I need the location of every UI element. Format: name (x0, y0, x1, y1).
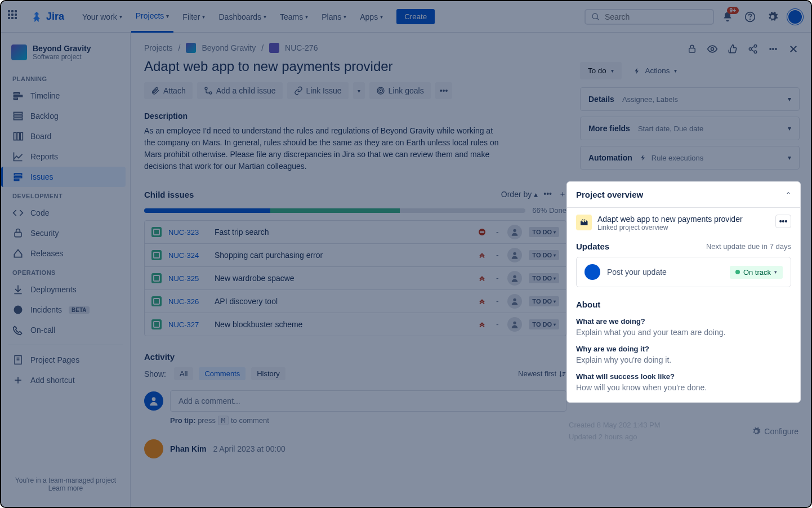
child-issue-row[interactable]: NUC-324Shopping cart purchasing error-TO… (145, 244, 566, 267)
sidebar-add-shortcut[interactable]: Add shortcut (6, 370, 126, 390)
nav-plans[interactable]: Plans▾ (317, 1, 351, 33)
configure-button[interactable]: Configure (752, 427, 798, 436)
nav-filter[interactable]: Filter▾ (178, 1, 209, 33)
details-panel[interactable]: Details Assignee, Labels ▾ (580, 87, 800, 111)
app-switcher-icon[interactable] (8, 10, 21, 24)
child-status[interactable]: TO DO ▾ (529, 227, 559, 237)
tab-comments[interactable]: Comments (199, 367, 246, 380)
issue-title[interactable]: Adapt web app to new payments provider (144, 59, 566, 74)
sidebar-oncall[interactable]: On-call (6, 320, 126, 340)
attach-button[interactable]: Attach (144, 82, 193, 99)
child-key[interactable]: NUC-326 (168, 297, 208, 306)
overview-collapse[interactable]: ⌃ (786, 191, 791, 199)
sidebar-code[interactable]: Code (6, 203, 126, 223)
svg-point-40 (754, 51, 757, 54)
notifications-icon[interactable]: 9+ (719, 8, 737, 26)
assignee-avatar[interactable] (507, 271, 522, 286)
sidebar-incidents[interactable]: IncidentsBETA (6, 300, 126, 320)
sidebar-deployments[interactable]: Deployments (6, 279, 126, 300)
link-goals-button[interactable]: Link goals (369, 82, 431, 99)
child-status[interactable]: TO DO ▾ (529, 273, 559, 283)
sidebar-board[interactable]: Board (6, 126, 126, 146)
about-a3[interactable]: How will you know when you're done. (576, 383, 791, 392)
child-key[interactable]: NUC-323 (168, 228, 208, 237)
nav-dashboards[interactable]: Dashboards▾ (214, 1, 271, 33)
child-summary[interactable]: Shopping cart purchasing error (215, 251, 470, 260)
child-key[interactable]: NUC-324 (168, 251, 208, 260)
help-icon[interactable] (741, 8, 759, 26)
jira-logo[interactable]: Jira (30, 11, 64, 23)
more-icon[interactable]: ••• (767, 43, 779, 55)
assignee-avatar[interactable] (507, 248, 522, 262)
footer-learn-more[interactable]: Learn more (48, 484, 83, 492)
child-summary[interactable]: New wardrobe spacwe (215, 274, 470, 283)
about-a1[interactable]: Explain what you and your team are doing… (576, 328, 791, 337)
child-issue-row[interactable]: NUC-327New blockbuster scheme-TO DO ▾ (145, 313, 566, 336)
child-status[interactable]: TO DO ▾ (529, 296, 559, 306)
more-fields-panel[interactable]: More fields Start date, Due date ▾ (580, 117, 800, 140)
link-issue-dropdown[interactable]: ▾ (353, 82, 365, 99)
child-summary[interactable]: New blockbuster scheme (215, 320, 470, 329)
child-more-icon[interactable]: ••• (543, 189, 552, 199)
lock-icon[interactable] (686, 43, 698, 55)
toolbar-more[interactable]: ••• (435, 82, 453, 99)
breadcrumb-issue-key[interactable]: NUC-276 (285, 43, 318, 52)
tab-history[interactable]: History (251, 367, 285, 380)
post-update-box[interactable]: Post your update On track▾ (576, 257, 791, 287)
child-key[interactable]: NUC-325 (168, 274, 208, 283)
description-body[interactable]: As an employee I'd need to understand th… (144, 125, 505, 172)
settings-icon[interactable] (764, 8, 782, 26)
linked-title[interactable]: Adapt web app to new payments provider (597, 215, 770, 224)
child-issue-row[interactable]: NUC-323Fast trip search-TO DO ▾ (145, 221, 566, 244)
story-icon (151, 273, 162, 283)
vote-icon[interactable] (726, 43, 739, 55)
child-status[interactable]: TO DO ▾ (529, 319, 559, 329)
create-button[interactable]: Create (396, 9, 435, 24)
nav-your-work[interactable]: Your work▾ (78, 1, 127, 33)
search-input[interactable] (605, 12, 707, 21)
nav-teams[interactable]: Teams▾ (275, 1, 313, 33)
nav-projects[interactable]: Projects▾ (131, 1, 174, 33)
project-header[interactable]: Beyond Gravity Software project (6, 42, 126, 70)
order-by[interactable]: Order by▴ (501, 190, 538, 199)
child-summary[interactable]: API discovery tool (215, 297, 470, 306)
sidebar-reports[interactable]: Reports (6, 146, 126, 167)
status-dropdown[interactable]: To do▾ (580, 62, 622, 79)
linked-more[interactable]: ••• (775, 215, 791, 228)
automation-panel[interactable]: Automation Rule executions ▾ (580, 146, 800, 170)
assignee-avatar[interactable] (507, 225, 522, 239)
nav-apps[interactable]: Apps▾ (355, 1, 387, 33)
sidebar-issues[interactable]: Issues (1, 167, 126, 187)
breadcrumb-projects[interactable]: Projects (144, 43, 173, 52)
sidebar-project-pages[interactable]: Project Pages (6, 350, 126, 370)
assignee-avatar[interactable] (507, 294, 522, 309)
share-icon[interactable] (747, 43, 759, 55)
actions-dropdown[interactable]: Actions▾ (627, 62, 683, 79)
about-q3: What will success look like? (576, 372, 791, 381)
child-issue-row[interactable]: NUC-325New wardrobe spacwe-TO DO ▾ (145, 267, 566, 290)
child-issue-row[interactable]: NUC-326API discovery tool-TO DO ▾ (145, 290, 566, 313)
add-child-button[interactable]: Add a child issue (197, 82, 283, 99)
link-issue-button[interactable]: Link Issue (287, 82, 349, 99)
child-key[interactable]: NUC-327 (168, 320, 208, 329)
watch-icon[interactable] (706, 43, 719, 55)
sidebar-security[interactable]: Security (6, 223, 126, 243)
child-issues-label: Child issues (144, 190, 496, 199)
tab-all[interactable]: All (174, 367, 193, 380)
child-summary[interactable]: Fast trip search (215, 228, 470, 237)
sidebar-timeline[interactable]: Timeline (6, 86, 126, 106)
sidebar-releases[interactable]: Releases (6, 243, 126, 264)
activity-sort[interactable]: Newest first (518, 369, 566, 378)
child-add-icon[interactable]: ＋ (559, 189, 566, 199)
breadcrumb-project[interactable]: Beyond Gravity (202, 43, 256, 52)
close-icon[interactable] (787, 43, 800, 55)
comment-input[interactable]: Add a comment... (170, 390, 566, 412)
profile-avatar[interactable] (786, 8, 804, 26)
search-box[interactable] (585, 9, 714, 25)
track-status[interactable]: On track▾ (730, 266, 783, 279)
commenter-name[interactable]: Phan Kim (170, 444, 207, 453)
assignee-avatar[interactable] (507, 317, 522, 332)
sidebar-backlog[interactable]: Backlog (6, 106, 126, 126)
about-a2[interactable]: Explain why you're doing it. (576, 355, 791, 364)
child-status[interactable]: TO DO ▾ (529, 250, 559, 260)
